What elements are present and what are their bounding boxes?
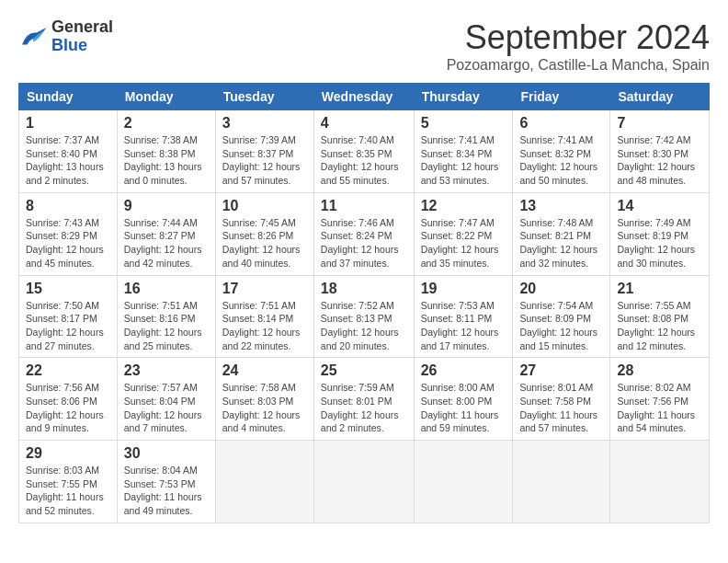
weekday-header-wednesday: Wednesday <box>313 84 414 110</box>
day-number: 15 <box>26 281 110 297</box>
day-number: 7 <box>617 115 702 132</box>
calendar-week-4: 22Sunrise: 7:56 AMSunset: 8:06 PMDayligh… <box>19 358 710 441</box>
day-number: 26 <box>421 362 506 379</box>
day-number: 25 <box>321 362 407 379</box>
logo-general: General <box>51 18 113 37</box>
day-info: Sunrise: 7:59 AMSunset: 8:01 PMDaylight:… <box>321 381 407 435</box>
day-info: Sunrise: 7:41 AMSunset: 8:32 PMDaylight:… <box>519 133 603 188</box>
day-number: 22 <box>26 362 110 379</box>
day-number: 18 <box>321 281 407 297</box>
calendar-cell: 1Sunrise: 7:37 AMSunset: 8:40 PMDaylight… <box>19 110 118 193</box>
day-number: 14 <box>617 198 702 214</box>
calendar-table: SundayMondayTuesdayWednesdayThursdayFrid… <box>18 83 710 523</box>
day-number: 19 <box>421 281 506 297</box>
day-info: Sunrise: 7:55 AMSunset: 8:08 PMDaylight:… <box>617 299 702 353</box>
day-number: 24 <box>222 362 307 379</box>
day-number: 10 <box>222 198 307 214</box>
day-number: 28 <box>617 362 702 379</box>
day-number: 27 <box>519 362 603 379</box>
calendar-cell <box>313 441 414 523</box>
month-title: September 2024 <box>447 18 710 57</box>
day-number: 6 <box>519 115 603 132</box>
day-number: 21 <box>617 281 702 297</box>
day-info: Sunrise: 8:00 AMSunset: 8:00 PMDaylight:… <box>421 381 506 435</box>
location-title: Pozoamargo, Castille-La Mancha, Spain <box>447 57 710 74</box>
day-number: 29 <box>26 445 110 462</box>
calendar-cell: 4Sunrise: 7:40 AMSunset: 8:35 PMDaylight… <box>313 110 414 193</box>
calendar-cell <box>513 441 610 523</box>
day-info: Sunrise: 8:01 AMSunset: 7:58 PMDaylight:… <box>519 381 603 435</box>
calendar-week-3: 15Sunrise: 7:50 AMSunset: 8:17 PMDayligh… <box>19 275 710 358</box>
day-info: Sunrise: 7:38 AMSunset: 8:38 PMDaylight:… <box>124 133 209 188</box>
day-info: Sunrise: 7:52 AMSunset: 8:13 PMDaylight:… <box>321 299 407 353</box>
calendar-cell: 23Sunrise: 7:57 AMSunset: 8:04 PMDayligh… <box>117 358 215 441</box>
calendar-cell: 6Sunrise: 7:41 AMSunset: 8:32 PMDaylight… <box>513 110 610 193</box>
calendar-cell: 14Sunrise: 7:49 AMSunset: 8:19 PMDayligh… <box>610 192 710 275</box>
day-number: 9 <box>124 198 209 214</box>
day-info: Sunrise: 7:57 AMSunset: 8:04 PMDaylight:… <box>124 381 209 435</box>
weekday-header-thursday: Thursday <box>414 84 513 110</box>
day-info: Sunrise: 7:56 AMSunset: 8:06 PMDaylight:… <box>26 381 110 435</box>
day-number: 3 <box>222 115 307 132</box>
calendar-cell: 24Sunrise: 7:58 AMSunset: 8:03 PMDayligh… <box>215 358 313 441</box>
day-number: 1 <box>26 115 110 132</box>
calendar-cell: 11Sunrise: 7:46 AMSunset: 8:24 PMDayligh… <box>313 192 414 275</box>
page-header: General Blue September 2024 Pozoamargo, … <box>18 18 710 74</box>
day-info: Sunrise: 7:43 AMSunset: 8:29 PMDaylight:… <box>26 216 110 270</box>
calendar-cell: 16Sunrise: 7:51 AMSunset: 8:16 PMDayligh… <box>117 275 215 358</box>
calendar-cell <box>414 441 513 523</box>
day-number: 4 <box>321 115 407 132</box>
day-info: Sunrise: 7:44 AMSunset: 8:27 PMDaylight:… <box>124 216 209 270</box>
day-number: 30 <box>124 445 209 462</box>
day-info: Sunrise: 7:42 AMSunset: 8:30 PMDaylight:… <box>617 133 702 188</box>
day-number: 8 <box>26 198 110 214</box>
calendar-cell: 17Sunrise: 7:51 AMSunset: 8:14 PMDayligh… <box>215 275 313 358</box>
calendar-week-1: 1Sunrise: 7:37 AMSunset: 8:40 PMDaylight… <box>19 110 710 193</box>
logo-blue: Blue <box>51 37 113 55</box>
weekday-header-friday: Friday <box>513 84 610 110</box>
day-number: 5 <box>421 115 506 132</box>
day-number: 11 <box>321 198 407 214</box>
calendar-cell: 26Sunrise: 8:00 AMSunset: 8:00 PMDayligh… <box>414 358 513 441</box>
day-number: 16 <box>124 281 209 297</box>
calendar-cell: 3Sunrise: 7:39 AMSunset: 8:37 PMDaylight… <box>215 110 313 193</box>
day-info: Sunrise: 7:49 AMSunset: 8:19 PMDaylight:… <box>617 216 702 270</box>
day-info: Sunrise: 7:54 AMSunset: 8:09 PMDaylight:… <box>519 299 603 353</box>
calendar-cell: 25Sunrise: 7:59 AMSunset: 8:01 PMDayligh… <box>313 358 414 441</box>
calendar-cell: 30Sunrise: 8:04 AMSunset: 7:53 PMDayligh… <box>117 441 215 523</box>
calendar-cell: 13Sunrise: 7:48 AMSunset: 8:21 PMDayligh… <box>513 192 610 275</box>
day-number: 13 <box>519 198 603 214</box>
day-info: Sunrise: 7:46 AMSunset: 8:24 PMDaylight:… <box>321 216 407 270</box>
calendar-cell: 22Sunrise: 7:56 AMSunset: 8:06 PMDayligh… <box>19 358 118 441</box>
calendar-cell <box>215 441 313 523</box>
calendar-cell: 2Sunrise: 7:38 AMSunset: 8:38 PMDaylight… <box>117 110 215 193</box>
day-info: Sunrise: 7:37 AMSunset: 8:40 PMDaylight:… <box>26 133 110 188</box>
day-number: 2 <box>124 115 209 132</box>
calendar-cell: 20Sunrise: 7:54 AMSunset: 8:09 PMDayligh… <box>513 275 610 358</box>
day-info: Sunrise: 7:47 AMSunset: 8:22 PMDaylight:… <box>421 216 506 270</box>
logo-text: General Blue <box>51 18 113 55</box>
weekday-header-monday: Monday <box>117 84 215 110</box>
day-info: Sunrise: 7:45 AMSunset: 8:26 PMDaylight:… <box>222 216 307 270</box>
calendar-cell: 8Sunrise: 7:43 AMSunset: 8:29 PMDaylight… <box>19 192 118 275</box>
day-info: Sunrise: 7:53 AMSunset: 8:11 PMDaylight:… <box>421 299 506 353</box>
calendar-week-5: 29Sunrise: 8:03 AMSunset: 7:55 PMDayligh… <box>19 441 710 523</box>
day-number: 20 <box>519 281 603 297</box>
calendar-cell: 29Sunrise: 8:03 AMSunset: 7:55 PMDayligh… <box>19 441 118 523</box>
calendar-cell: 10Sunrise: 7:45 AMSunset: 8:26 PMDayligh… <box>215 192 313 275</box>
day-number: 17 <box>222 281 307 297</box>
day-info: Sunrise: 7:41 AMSunset: 8:34 PMDaylight:… <box>421 133 506 188</box>
logo: General Blue <box>18 18 113 55</box>
calendar-cell: 9Sunrise: 7:44 AMSunset: 8:27 PMDaylight… <box>117 192 215 275</box>
calendar-cell: 12Sunrise: 7:47 AMSunset: 8:22 PMDayligh… <box>414 192 513 275</box>
weekday-header-tuesday: Tuesday <box>215 84 313 110</box>
logo-icon <box>18 24 48 50</box>
day-number: 12 <box>421 198 506 214</box>
calendar-cell <box>610 441 710 523</box>
calendar-cell: 7Sunrise: 7:42 AMSunset: 8:30 PMDaylight… <box>610 110 710 193</box>
day-info: Sunrise: 8:03 AMSunset: 7:55 PMDaylight:… <box>26 464 110 518</box>
calendar-cell: 19Sunrise: 7:53 AMSunset: 8:11 PMDayligh… <box>414 275 513 358</box>
calendar-cell: 27Sunrise: 8:01 AMSunset: 7:58 PMDayligh… <box>513 358 610 441</box>
day-info: Sunrise: 7:51 AMSunset: 8:14 PMDaylight:… <box>222 299 307 353</box>
calendar-cell: 18Sunrise: 7:52 AMSunset: 8:13 PMDayligh… <box>313 275 414 358</box>
